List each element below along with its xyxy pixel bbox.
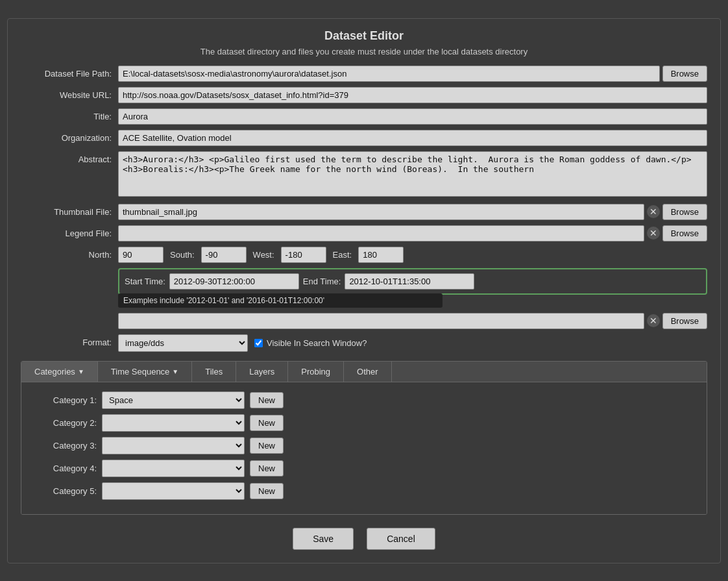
footer-buttons: Save Cancel [21,528,707,550]
time-control: Start Time: End Time: Examples include '… [118,268,707,308]
tab-probing[interactable]: Probing [288,362,344,382]
category-2-new-button[interactable]: New [250,415,284,431]
thumbnail-file-input[interactable] [118,204,644,220]
end-time-input[interactable] [345,273,474,290]
save-button[interactable]: Save [293,528,354,550]
category-2-select[interactable] [102,414,245,432]
west-coord-label: West: [253,250,274,260]
tab-time-sequence-arrow: ▼ [172,368,178,375]
title-row: Title: [21,108,707,125]
tab-categories[interactable]: Categories ▼ [21,362,98,382]
tabs-header: Categories ▼ Time Sequence ▼ Tiles Layer… [21,362,707,382]
cancel-button[interactable]: Cancel [367,528,435,550]
format-control: image/dds image/png image/jpg applicatio… [118,334,707,352]
category-4-label: Category 4: [32,464,97,473]
legend-browse-button[interactable]: Browse [662,225,707,241]
thumbnail-browse-button[interactable]: Browse [662,204,707,220]
format-row: Format: image/dds image/png image/jpg ap… [21,334,707,352]
west-input[interactable] [281,247,326,263]
thumbnail-file-control: ✕ Browse [118,204,707,220]
thumbnail-file-label: Thumbnail File: [21,204,118,217]
format-label: Format: [21,334,118,347]
start-time-input[interactable] [169,273,299,290]
data-file-browse-button[interactable]: Browse [662,313,707,329]
category-3-select[interactable] [102,437,245,454]
time-row-container: Start Time: End Time: Examples include '… [21,268,707,308]
category-4-row: Category 4: New [32,460,696,477]
legend-clear-button[interactable]: ✕ [647,227,660,240]
coordinates-control: South: West: East: [118,247,707,263]
tabs-body: Category 1: Space New Category 2: New Ca… [21,382,707,514]
time-spacer-label [21,268,118,271]
category-4-select[interactable] [102,460,245,477]
tab-other-label: Other [357,367,378,377]
organization-label: Organization: [21,130,118,143]
category-5-label: Category 5: [32,486,97,496]
tab-layers-label: Layers [249,367,274,377]
data-file-label [21,313,118,316]
east-input[interactable] [358,247,404,263]
east-coord-label: East: [333,250,352,260]
legend-file-row: Legend File: ✕ Browse [21,225,707,241]
tab-layers[interactable]: Layers [236,362,288,382]
category-3-row: Category 3: New [32,437,696,454]
dataset-file-path-input[interactable] [118,66,660,82]
thumbnail-clear-button[interactable]: ✕ [647,205,660,218]
title-control [118,108,707,125]
website-url-row: Website URL: [21,87,707,103]
category-4-new-button[interactable]: New [250,460,284,476]
abstract-textarea[interactable]: <h3>Aurora:</h3> <p>Galileo first used t… [118,151,707,197]
data-file-clear-button[interactable]: ✕ [647,314,660,327]
category-1-new-button[interactable]: New [250,392,284,408]
category-5-row: Category 5: New [32,482,696,500]
organization-input[interactable] [118,130,707,146]
category-1-select[interactable]: Space [102,391,245,409]
coordinates-row: North: South: West: East: [21,247,707,263]
category-3-label: Category 3: [32,441,97,451]
title-label: Title: [21,108,118,121]
data-file-input[interactable] [118,313,644,329]
window-subtitle: The dataset directory and files you crea… [21,47,707,56]
end-time-label: End Time: [303,277,341,286]
dataset-file-path-control: Browse [118,66,707,82]
website-url-control [118,87,707,103]
category-2-row: Category 2: New [32,414,696,432]
category-2-label: Category 2: [32,418,97,428]
abstract-label: Abstract: [21,151,118,164]
visible-search-label: Visible In Search Window? [254,338,367,348]
abstract-row: Abstract: <h3>Aurora:</h3> <p>Galileo fi… [21,151,707,199]
tab-categories-label: Categories [34,367,75,377]
category-1-row: Category 1: Space New [32,391,696,409]
visible-search-checkbox[interactable] [254,339,263,347]
tab-time-sequence-label: Time Sequence [111,367,170,377]
abstract-control: <h3>Aurora:</h3> <p>Galileo first used t… [118,151,707,199]
time-row: Start Time: End Time: [118,268,707,295]
data-file-row: ✕ Browse [21,313,707,329]
tab-categories-arrow: ▼ [78,368,84,375]
tab-tiles-label: Tiles [205,367,223,377]
time-tooltip: Examples include '2012-01-01' and '2016-… [118,293,443,308]
legend-file-input[interactable] [118,225,644,241]
south-input[interactable] [201,247,247,263]
title-input[interactable] [118,108,707,125]
tab-tiles[interactable]: Tiles [192,362,236,382]
north-label: North: [21,247,118,260]
legend-file-label: Legend File: [21,225,118,238]
thumbnail-file-row: Thumbnail File: ✕ Browse [21,204,707,220]
dataset-editor-window: Dataset Editor The dataset directory and… [7,18,721,563]
category-5-select[interactable] [102,482,245,500]
tab-probing-label: Probing [301,367,330,377]
north-input[interactable] [118,247,164,263]
format-select[interactable]: image/dds image/png image/jpg applicatio… [118,334,248,352]
tab-other[interactable]: Other [344,362,392,382]
organization-row: Organization: [21,130,707,146]
tab-time-sequence[interactable]: Time Sequence ▼ [98,362,192,382]
category-5-new-button[interactable]: New [250,483,284,499]
website-url-input[interactable] [118,87,707,103]
start-time-label: Start Time: [125,277,165,286]
category-1-label: Category 1: [32,395,97,405]
visible-search-text: Visible In Search Window? [267,338,367,348]
category-3-new-button[interactable]: New [250,438,284,454]
dataset-file-path-browse-button[interactable]: Browse [662,66,707,82]
window-title: Dataset Editor [21,29,707,43]
